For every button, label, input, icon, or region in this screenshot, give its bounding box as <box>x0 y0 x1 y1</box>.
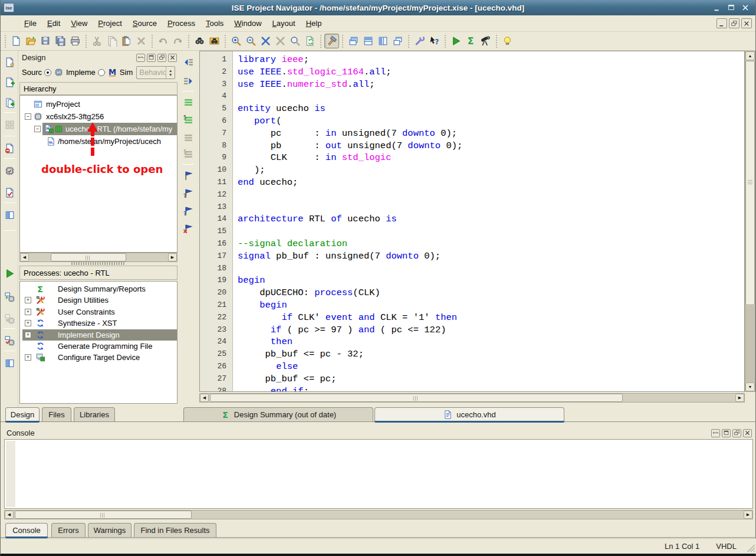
menu-layout[interactable]: Layout <box>267 17 301 30</box>
hierarchy-item-xc6slx25-3ftg256[interactable]: −xc6slx25-3ftg256 <box>20 110 177 123</box>
zoom-in-button[interactable] <box>229 34 244 48</box>
toolbar-handle[interactable] <box>319 35 323 48</box>
editor-tab-ucecho-vhd[interactable]: ucecho.vhd <box>374 407 564 421</box>
run-process-button[interactable] <box>3 267 17 280</box>
toolbar-handle[interactable] <box>341 35 344 48</box>
process-item-configure-target-device[interactable]: +Configure Target Device <box>20 352 177 363</box>
design-summary-button[interactable]: Σ <box>464 34 478 48</box>
tree-expander-icon[interactable]: + <box>25 320 31 326</box>
refresh-button[interactable] <box>303 34 317 48</box>
console-tab-warnings[interactable]: Warnings <box>88 523 132 537</box>
scroll-right-icon[interactable]: ▶ <box>735 394 744 402</box>
tree-expander-icon[interactable]: + <box>25 332 31 338</box>
restore-button[interactable] <box>732 429 741 437</box>
rerun-process-button[interactable] <box>3 290 17 304</box>
tab-files[interactable]: Files <box>42 407 71 421</box>
minimize-button[interactable] <box>716 18 727 28</box>
stop-process-button[interactable] <box>3 334 17 348</box>
hierarchy-item-myproject[interactable]: myProject <box>20 98 177 110</box>
toolbar-handle[interactable] <box>84 35 88 48</box>
console-output[interactable] <box>4 439 753 509</box>
new-source-button[interactable] <box>3 55 17 69</box>
goto-previous-button[interactable] <box>182 55 195 69</box>
menu-view[interactable]: View <box>65 17 93 30</box>
menu-process[interactable]: Process <box>162 17 200 30</box>
paste-button[interactable] <box>119 34 134 48</box>
close-button[interactable] <box>741 18 752 28</box>
zoom-out-button[interactable] <box>244 34 258 48</box>
show-tips-button[interactable] <box>500 34 515 48</box>
tab-design[interactable]: Design <box>5 407 40 421</box>
scroll-left-icon[interactable]: ◀ <box>20 253 29 261</box>
cut-button[interactable] <box>90 34 104 48</box>
process-item-design-utilities[interactable]: +Design Utilities <box>20 295 177 306</box>
new-document-button[interactable] <box>9 34 24 48</box>
panel-splitter[interactable] <box>71 262 124 265</box>
analyze-button[interactable] <box>478 34 493 48</box>
console-hscrollbar[interactable]: ◀ ▶ <box>4 510 753 519</box>
editor-tab-design-summary-out-of-date-[interactable]: ΣDesign Summary (out of date) <box>183 407 373 421</box>
insert-lines-green-button[interactable]: 5 <box>182 113 195 127</box>
close-button[interactable] <box>743 429 752 437</box>
undo-button[interactable] <box>156 34 170 48</box>
redo-button[interactable] <box>170 34 185 48</box>
menu-file[interactable]: File <box>19 17 42 30</box>
flag-next-button[interactable]: ? <box>182 204 195 218</box>
rerun-all-processes-button[interactable] <box>3 312 17 326</box>
float-window-button[interactable] <box>390 34 405 48</box>
toolbar-handle[interactable] <box>150 35 154 48</box>
tree-expander-icon[interactable]: + <box>25 297 31 303</box>
goto-next-button[interactable] <box>182 74 195 88</box>
toolbar-handle[interactable] <box>187 35 190 48</box>
menu-tools[interactable]: Tools <box>200 17 229 30</box>
scroll-up-icon[interactable]: ▲ <box>745 51 755 60</box>
tile-vertically-button[interactable] <box>376 34 390 48</box>
resize-grip-icon[interactable] <box>747 544 755 552</box>
scroll-down-icon[interactable]: ▼ <box>745 382 755 391</box>
open-project-button[interactable] <box>24 34 38 48</box>
design-mode-button[interactable] <box>324 34 339 48</box>
menu-help[interactable]: Help <box>301 17 327 30</box>
console-tab-find-in-files-results[interactable]: Find in Files Results <box>134 523 216 537</box>
whats-this-help-button[interactable]: ? <box>427 34 442 48</box>
process-item-generate-programming-file[interactable]: Generate Programming File <box>20 341 177 352</box>
scroll-right-icon[interactable]: ▶ <box>744 511 752 519</box>
editor-hscrollbar[interactable]: ◀ ▶ <box>199 393 745 403</box>
restore-button[interactable] <box>157 54 166 62</box>
source-properties-button[interactable] <box>3 164 17 178</box>
add-copy-of-source-button[interactable] <box>3 96 17 110</box>
tile-horizontally-button[interactable] <box>361 34 376 48</box>
console-tab-errors[interactable]: Errors <box>51 523 86 537</box>
toolbar-handle[interactable] <box>4 35 7 48</box>
scrollbar-thumb[interactable] <box>15 511 192 519</box>
tree-expander-icon[interactable]: + <box>25 354 31 361</box>
scrollbar-thumb[interactable] <box>745 61 755 305</box>
toolbar-handle[interactable] <box>407 35 410 48</box>
scroll-left-icon[interactable]: ◀ <box>200 394 209 402</box>
select-lines-green-button[interactable] <box>182 96 195 109</box>
toggle-columns-button[interactable] <box>3 208 17 222</box>
design-goals-button[interactable] <box>3 186 17 199</box>
tree-expander-icon[interactable]: − <box>25 113 31 120</box>
restore-button[interactable] <box>729 18 739 28</box>
behavioral-dropdown[interactable]: Behavio ▲▼ <box>136 66 175 79</box>
spinner-arrows-icon[interactable]: ▲▼ <box>166 67 175 79</box>
toolbar-handle[interactable] <box>443 35 447 48</box>
close-button[interactable] <box>168 54 177 62</box>
flag-bookmark-button[interactable] <box>182 169 195 182</box>
tab-libraries[interactable]: Libraries <box>74 407 115 421</box>
delete-button[interactable] <box>134 34 149 48</box>
insert-lines-gray-button[interactable]: 5 <box>182 148 195 161</box>
process-item-design-summary-reports[interactable]: ΣDesign Summary/Reports <box>20 283 177 295</box>
float-button[interactable] <box>711 429 720 437</box>
simulation-radio[interactable] <box>98 69 105 76</box>
toolbar-handle[interactable] <box>223 35 227 48</box>
zoom-box-button[interactable] <box>273 34 288 48</box>
maximize-button[interactable] <box>147 54 156 62</box>
menu-project[interactable]: Project <box>93 17 127 30</box>
maximize-button[interactable] <box>726 3 737 12</box>
menu-edit[interactable]: Edit <box>42 17 65 30</box>
cascade-windows-button[interactable] <box>346 34 361 48</box>
tree-expander-icon[interactable]: − <box>34 126 41 132</box>
process-item-synthesize-xst[interactable]: +Synthesize - XST <box>20 318 177 329</box>
